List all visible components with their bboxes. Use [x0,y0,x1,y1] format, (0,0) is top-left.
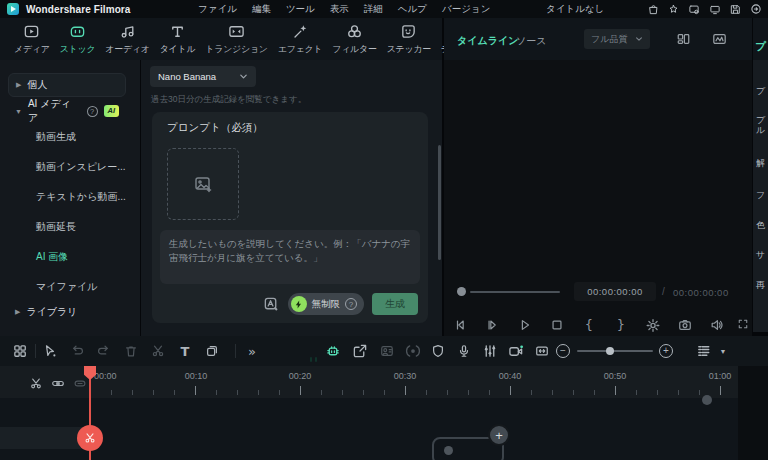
menu-advanced[interactable]: 詳細 [364,3,383,16]
playhead-split-button[interactable] [77,425,103,451]
mark-out-icon[interactable]: } [617,318,625,331]
credits-help-icon[interactable]: ? [345,298,357,310]
tab-media[interactable]: メディア [11,23,53,56]
preview-viewport[interactable]: 00:00:00:00 / 00:00:00:00 { } [444,60,752,336]
menu-help[interactable]: ヘルプ [398,3,427,16]
tab-stock[interactable]: ストック [57,23,99,56]
strip-item[interactable]: サ [756,250,768,260]
ai-prompt-helper-icon[interactable] [263,296,280,313]
menu-tools[interactable]: ツール [286,3,315,16]
compare-view-icon[interactable] [676,32,691,46]
menu-file[interactable]: ファイル [198,3,237,16]
track-manager-icon[interactable] [697,344,712,359]
panel-scrollbar[interactable] [438,145,441,260]
strip-item[interactable]: プル [756,115,768,135]
tab-audio[interactable]: オーディオ [102,23,152,56]
document-title: タイトルなし [546,0,604,18]
zoom-out-button[interactable]: − [556,344,570,358]
prompt-textarea[interactable]: 生成したいものを説明してください。例：「バナナの宇宙飛行士が月に旗を立てている。… [160,230,420,284]
resources-icon[interactable] [668,4,679,15]
keyframe-icon[interactable] [73,377,87,390]
scroll-handle[interactable] [702,395,712,405]
save-icon[interactable] [730,4,741,15]
split-icon[interactable] [151,344,165,358]
tab-timeline-view[interactable]: タイムライン [457,34,518,48]
fullscreen-icon[interactable] [737,318,749,330]
volume-icon[interactable] [710,318,725,332]
strip-item[interactable]: 解 [756,158,768,168]
add-image-icon [193,174,213,194]
crop-icon[interactable] [205,344,219,358]
sidebar-section-personal[interactable]: ▶ 個人 [8,73,126,97]
mark-in-icon[interactable]: { [585,318,593,331]
zoom-slider-handle[interactable] [606,347,614,355]
strip-item[interactable]: プ [756,86,768,96]
menu-edit[interactable]: 編集 [252,3,271,16]
export-queue-icon[interactable] [688,4,700,15]
sidebar-item-my-files[interactable]: マイファイル [36,280,97,294]
avatar-icon[interactable] [380,344,395,358]
menu-version[interactable]: バージョン [442,3,490,16]
strip-item[interactable]: 色 [756,220,768,230]
quick-split-icon[interactable] [30,377,43,390]
tab-transition[interactable]: トランジション [202,23,270,56]
delete-icon[interactable] [124,344,138,358]
shield-icon[interactable] [431,344,445,359]
screen-record-icon[interactable] [508,344,524,359]
scrubber-handle[interactable] [457,287,466,296]
tab-filters[interactable]: フィルター [329,23,379,56]
microphone-icon[interactable] [457,344,471,359]
image-dropzone[interactable] [167,148,239,220]
mixer-icon[interactable] [483,344,498,359]
sidebar-section-library[interactable]: ▶ ライブラリ [8,300,126,324]
stop-button[interactable] [550,318,564,332]
next-frame-button[interactable] [486,318,501,332]
add-clip-button[interactable]: + [488,424,510,446]
more-tools-icon[interactable]: » [248,345,256,358]
snapshot-icon[interactable] [678,318,693,332]
record-icon[interactable] [406,344,421,359]
tab-source-view[interactable]: ソース [516,34,546,48]
sidebar-item-ai-image[interactable]: AI 画像 [36,250,68,264]
render-icon[interactable] [750,3,762,15]
export-clip-icon[interactable] [353,344,368,359]
strip-item[interactable]: 再 [756,280,768,290]
sidebar-item-video-generation[interactable]: 動画生成 [36,130,76,144]
generate-button[interactable]: 生成 [372,293,418,315]
model-select[interactable]: Nano Banana [150,66,256,87]
tab-title[interactable]: タイトル [157,23,199,56]
strip-item[interactable]: フ [756,190,768,200]
sidebar-item-text-to-video[interactable]: テキストから動画... [36,190,126,204]
text-tool-icon[interactable]: T [181,345,190,358]
zoom-slider-track[interactable] [577,350,653,352]
ruler-major-ticks[interactable] [90,386,722,395]
sidebar-item-video-extend[interactable]: 動画延長 [36,220,76,234]
zoom-in-button[interactable]: + [659,344,673,358]
timeline-tracks[interactable] [0,398,768,460]
credits-pill[interactable]: 無制限 ? [288,293,365,315]
undo-icon[interactable] [70,344,84,358]
link-clips-icon[interactable] [51,377,65,390]
select-tool-icon[interactable] [43,344,57,358]
tab-stickers[interactable]: ステッカー [384,23,434,56]
properties-strip-header[interactable]: プ [753,18,768,60]
scrubber-track[interactable] [470,291,560,293]
preview-settings-icon[interactable] [646,318,661,333]
ripple-edit-icon[interactable] [535,344,550,358]
menu-view[interactable]: 表示 [330,3,349,16]
play-button[interactable] [518,318,533,332]
ai-bot-icon[interactable] [326,344,341,359]
display-icon[interactable] [709,4,721,15]
scopes-icon[interactable] [712,32,727,46]
chevron-down-icon[interactable]: ▼ [720,348,727,355]
track-header-band [0,427,86,449]
store-icon[interactable] [648,4,659,15]
sidebar-section-ai-media[interactable]: ▼ AI メディア ? AI [8,99,126,123]
media-grid-icon[interactable] [13,344,28,359]
redo-icon[interactable] [97,344,111,358]
tab-effects[interactable]: エフェクト [275,23,326,56]
help-icon[interactable]: ? [87,106,98,117]
sidebar-item-video-inspiration[interactable]: 動画インスピレー... [36,160,126,174]
playback-quality-select[interactable]: フル品質 [584,29,650,49]
previous-frame-button[interactable] [454,318,469,332]
